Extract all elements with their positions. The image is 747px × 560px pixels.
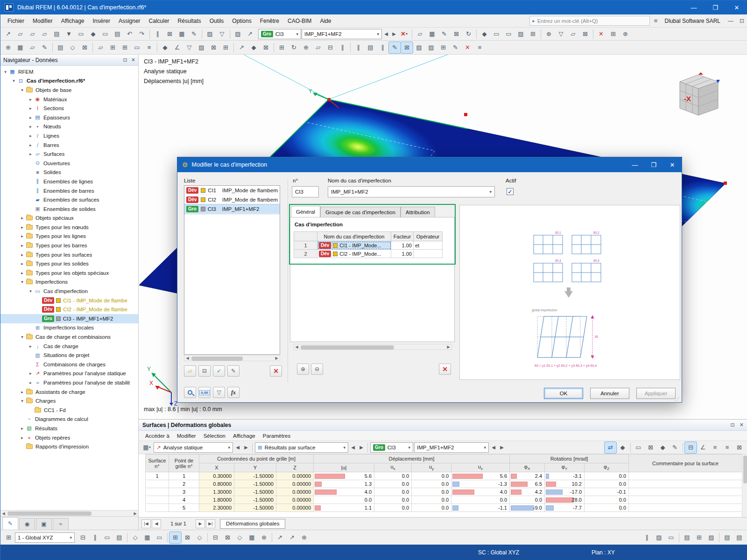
filter-surfaces-button[interactable]: ✎ — [438, 28, 450, 40]
delete-case-button[interactable]: ✕▾ — [398, 28, 410, 40]
copy-content-button[interactable]: ▭ — [99, 28, 111, 40]
expander-icon[interactable]: ▾ — [28, 289, 34, 294]
menu-outils[interactable]: Outils — [205, 14, 228, 27]
node-marker[interactable] — [464, 113, 467, 116]
next-case-button[interactable]: ▶ — [390, 29, 398, 39]
expander-icon[interactable]: ▸ — [19, 252, 25, 257]
case-name-field[interactable]: IMP_MF1+MF2 ▾ — [328, 186, 495, 197]
tree-item-paisseurs[interactable]: ▸▤Épaisseurs — [0, 113, 138, 122]
pointer-values-button[interactable]: ◆ — [617, 442, 628, 453]
expander-icon[interactable]: ▸ — [19, 216, 25, 220]
actif-checkbox[interactable]: ✓ — [507, 188, 514, 195]
last-page-button[interactable]: ▶| — [206, 519, 215, 528]
dlubal-center-button[interactable]: ▱ — [27, 28, 38, 40]
results-menu-modifier[interactable]: Modifier — [173, 431, 200, 441]
tree-item-ouvertures[interactable]: ⊙Ouvertures — [0, 159, 138, 168]
table-row[interactable]: 52.30000-1.500000.000001.10.00.0-1.1-9.0… — [146, 504, 742, 512]
results-vertical-scrollbar[interactable] — [742, 454, 747, 517]
show-supports-button[interactable]: ⊞ — [693, 532, 705, 543]
case-name-combo[interactable]: IMP_MF1+MF2 ▾ — [302, 29, 382, 39]
expander-icon[interactable]: ▾ — [19, 335, 25, 339]
tree-item-ensembles-de-barres[interactable]: ∥Ensembles de barres — [0, 186, 138, 196]
imp-operator-cell[interactable]: et — [414, 241, 443, 250]
formula-editor-button[interactable]: fx — [227, 387, 240, 398]
check-model-button[interactable]: ∥ — [337, 42, 348, 53]
child-restore-icon[interactable]: ⊡ — [736, 18, 747, 24]
imp-factor-cell[interactable]: 1.00 — [391, 241, 414, 250]
work-plane-grid-button[interactable]: ⊟ — [77, 532, 89, 543]
expander-icon[interactable]: ▾ — [11, 78, 17, 83]
tree-item-types-pour-les-objets-sp-ciaux[interactable]: ▸Types pour les objets spéciaux — [0, 268, 138, 278]
tree-item-types-pour-les-surfaces[interactable]: ▸Types pour les surfaces — [0, 250, 138, 259]
expander-icon[interactable]: ▸ — [19, 390, 25, 394]
render-transparent-button[interactable]: ▨ — [653, 532, 665, 543]
float-panel-icon[interactable]: ⊡ — [731, 422, 735, 428]
intersect-lines-button[interactable]: ▨ — [196, 42, 207, 53]
minimize-icon[interactable]: — — [683, 0, 705, 14]
new-model-button[interactable]: ↗ — [2, 28, 14, 40]
rotate-objects-button[interactable]: ≡ — [143, 42, 155, 53]
print-table-button[interactable]: ≡ — [709, 442, 721, 453]
menu-calculer[interactable]: Calculer — [145, 14, 174, 27]
filter-members-button[interactable]: ⊠ — [451, 28, 462, 40]
display-properties-button[interactable]: ▽ — [216, 28, 228, 40]
save-table-button[interactable]: ◆ — [657, 442, 669, 453]
view-z-button[interactable]: ⊠ — [401, 42, 413, 53]
result-category-combo[interactable]: ⊞ Résultats par surface ▾ — [255, 442, 348, 453]
shapes-button[interactable]: ⊞ — [119, 42, 131, 53]
slope-button[interactable]: ⊟ — [324, 42, 336, 53]
parallel-copy-button[interactable]: ↻ — [288, 42, 300, 53]
manage-configurations-button[interactable]: ▤ — [51, 28, 63, 40]
imp-case-cell[interactable]: DévCI1 - IMP_Mode... — [317, 241, 391, 250]
tree-item-objets-rep-res[interactable]: ▸+Objets repères — [0, 433, 138, 442]
expander-icon[interactable]: ▸ — [19, 225, 25, 230]
expander-icon[interactable]: ▸ — [28, 106, 34, 111]
menu-options[interactable]: Options — [228, 14, 255, 27]
measure-button[interactable]: ⊞ — [527, 28, 539, 40]
scroll-right-icon[interactable]: ▶ — [274, 356, 280, 360]
tree-item-ci2-imp-mode-de-flambe[interactable]: DévCI2 - IMP_Mode de flambe — [0, 305, 138, 314]
imp-case-cell[interactable]: DévCI2 - IMP_Mode... — [317, 250, 391, 258]
node-marker[interactable] — [724, 182, 727, 185]
previous-case-button[interactable]: ◀ — [490, 442, 497, 453]
redo-button[interactable]: ↷ — [136, 28, 148, 40]
ortho-mode-button[interactable]: ↗ — [274, 532, 286, 543]
visibility-button[interactable]: ▽ — [555, 28, 567, 40]
scroll-right-icon[interactable]: ▶ — [445, 345, 451, 349]
tab-attribution[interactable]: Attribution — [401, 207, 435, 217]
view-iso-button[interactable]: ▨ — [413, 42, 425, 53]
save-button[interactable]: ▼ — [63, 28, 75, 40]
imp-table-row[interactable]: 1DévCI1 - IMP_Mode...1.00et — [294, 241, 443, 250]
tree-item-cas-d-imperfection[interactable]: ▾▭Cas d'imperfection — [0, 287, 138, 296]
expander-icon[interactable]: ▾ — [19, 399, 25, 403]
ok-button[interactable]: OK — [544, 388, 583, 399]
link-surfaces-button[interactable]: ▨ — [232, 28, 244, 40]
measure-angle-button[interactable]: ⊠ — [260, 42, 272, 53]
full-view-button[interactable]: ▨ — [515, 28, 527, 40]
close-panel-icon[interactable]: ✕ — [131, 57, 135, 63]
table-row[interactable]: 31.30000-1.500000.000004.00.00.04.04.2-1… — [146, 488, 742, 496]
menu-modifier[interactable]: Modifier — [28, 14, 57, 27]
table-row[interactable]: 110.30000-1.500000.000005.60.00.05.62.4-… — [146, 472, 742, 480]
imperfection-case-item-ci2[interactable]: DévCI2IMP_Mode de flambem — [184, 195, 280, 204]
tab-deformations-globales[interactable]: Déformations globales — [220, 519, 285, 529]
insert-node-button[interactable]: ⊞ — [107, 42, 119, 53]
menu-r-sultats[interactable]: Résultats — [174, 14, 205, 27]
imp-table-row[interactable]: 2DévCI2 - IMP_Mode...1.00 — [294, 250, 443, 258]
tree-item-charges[interactable]: ▾Charges — [0, 396, 138, 406]
edit-special-button[interactable]: ▦ — [14, 42, 26, 53]
navigator-horizontal-scrollbar[interactable]: ◀ ▶ — [0, 510, 138, 516]
appliquer-button[interactable]: Appliquer — [636, 388, 676, 399]
tree-item-barres[interactable]: ▸/Barres — [0, 140, 138, 150]
zoom-select-button[interactable]: ◆ — [479, 28, 490, 40]
float-panel-icon[interactable]: ⊡ — [123, 57, 127, 63]
imp-factor-cell[interactable]: 1.00 — [391, 250, 414, 258]
next-analysis-button[interactable]: ▶ — [242, 442, 250, 453]
tree-item-n-uds[interactable]: ▸•Nœuds — [0, 122, 138, 132]
regenerate-model-button[interactable]: ⊞ — [607, 28, 619, 40]
snap-perpendicular-button[interactable]: ◇ — [234, 532, 246, 543]
analysis-type-combo[interactable]: ↗ Analyse statique ▾ — [154, 442, 233, 453]
pan-view-button[interactable]: ▭ — [491, 28, 502, 40]
scroll-left-icon[interactable]: ◀ — [0, 511, 7, 516]
tree-item-imperfections-locales[interactable]: ⊞Imperfections locales — [0, 323, 138, 333]
